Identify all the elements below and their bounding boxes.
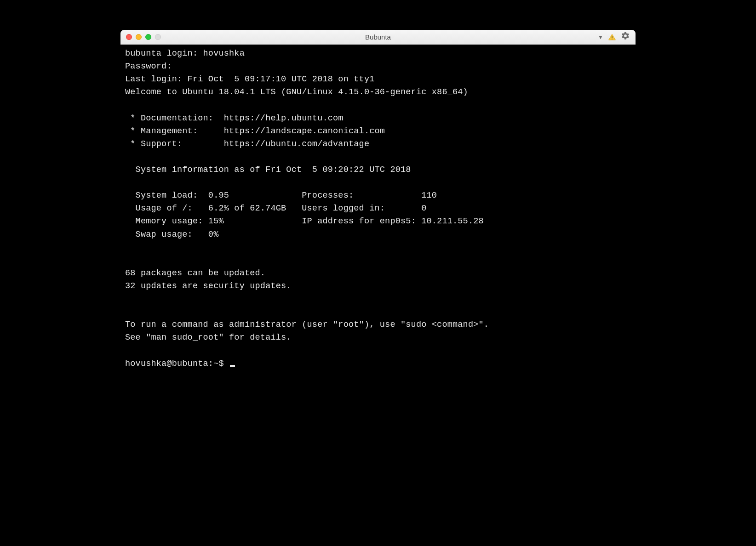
titlebar-controls: ▼ (598, 31, 630, 43)
cursor (230, 365, 235, 367)
terminal-lines: bubunta login: hovushka Password: Last l… (125, 49, 489, 342)
terminal-window: Bubunta ▼ bubunta login: hovushka Passwo… (120, 30, 636, 403)
warning-icon[interactable] (608, 33, 616, 41)
titlebar[interactable]: Bubunta ▼ (120, 30, 636, 45)
terminal-output[interactable]: bubunta login: hovushka Password: Last l… (120, 45, 636, 403)
chevron-down-icon[interactable]: ▼ (598, 34, 603, 40)
inactive-button (155, 34, 161, 40)
shell-prompt: hovushka@bubunta:~$ (125, 359, 229, 369)
svg-rect-0 (612, 36, 613, 38)
maximize-button[interactable] (145, 34, 151, 40)
minimize-button[interactable] (136, 34, 142, 40)
traffic-lights (126, 34, 161, 40)
window-title: Bubunta (365, 33, 391, 41)
close-button[interactable] (126, 34, 132, 40)
gear-icon[interactable] (621, 31, 630, 43)
svg-rect-1 (612, 39, 613, 40)
